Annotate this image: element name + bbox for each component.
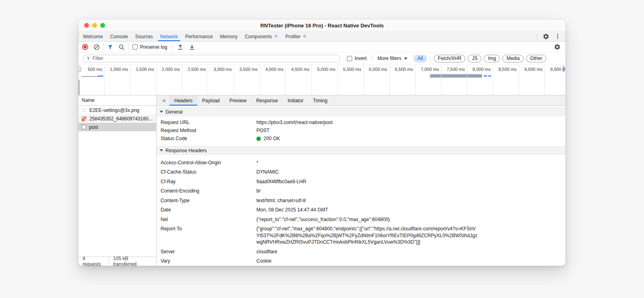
request-row-e2ee-settings-3x-png[interactable]: E2EE-settings@3x.png <box>78 106 156 114</box>
tab-components[interactable]: Components⚛ <box>241 32 282 41</box>
header-name: Content-Type <box>157 197 256 204</box>
divider <box>430 56 431 61</box>
invert-checkbox[interactable] <box>347 56 352 61</box>
timeline-tick-label: 5,500 ms <box>332 67 361 72</box>
record-icon <box>84 46 87 48</box>
filter-toggle-button[interactable] <box>107 44 113 50</box>
tab-performance[interactable]: Performance <box>182 32 217 41</box>
pill-img[interactable]: Img <box>484 55 500 62</box>
filter-input[interactable]: Filter <box>83 55 340 62</box>
details-tabs: HeadersPayloadPreviewResponseInitiatorTi… <box>169 95 332 106</box>
pill-media[interactable]: Media <box>502 55 524 62</box>
close-details-button[interactable]: × <box>159 95 169 106</box>
header-name: Nel <box>157 216 256 223</box>
react-atom-icon: ⚛ <box>303 34 307 39</box>
network-content: Name E2EE-settings@3x.png258435352_64860… <box>78 95 566 266</box>
details-tab-payload[interactable]: Payload <box>197 95 224 106</box>
header-value: https://ptsv3.com/t/react-native/post <box>256 120 332 125</box>
import-har-icon[interactable] <box>189 44 195 50</box>
filter-icon <box>86 56 91 61</box>
request-name: 258435352_648609743160... <box>89 116 153 122</box>
request-name: post <box>89 124 98 130</box>
request-list-panel: Name E2EE-settings@3x.png258435352_64860… <box>78 95 157 266</box>
header-value: DYNAMIC <box>256 169 279 176</box>
devtools-settings-gear-icon[interactable] <box>543 33 549 40</box>
tab-network[interactable]: Network <box>157 32 182 41</box>
details-tab-timing[interactable]: Timing <box>308 95 332 106</box>
general-section-header[interactable]: General <box>157 108 566 116</box>
timeline-tick-label: 1,000 ms <box>99 67 128 72</box>
minimize-window-button[interactable] <box>92 23 97 28</box>
timeline-tick-label: 3,000 ms <box>203 67 232 72</box>
name-column-header[interactable]: Name <box>78 95 156 106</box>
timeline-tick-label: 6,500 ms <box>384 67 413 72</box>
clear-network-log-button[interactable] <box>93 44 100 50</box>
request-details-panel: × HeadersPayloadPreviewResponseInitiator… <box>157 95 566 266</box>
request-row-post[interactable]: post <box>78 123 156 131</box>
export-har-icon[interactable] <box>177 44 184 50</box>
timeline-tick-label: 9,500 ms <box>539 67 566 72</box>
response-headers-section-title: Response Headers <box>165 148 207 153</box>
header-name: Content-Encoding <box>157 188 256 195</box>
timeline-overview[interactable]: 500 ms1,000 ms1,500 ms2,000 ms2,500 ms3,… <box>78 64 566 95</box>
kebab-menu-icon[interactable] <box>555 33 561 39</box>
pill-js[interactable]: JS <box>468 55 481 62</box>
waterfall-dash <box>488 75 491 77</box>
tabbar-right <box>537 32 566 41</box>
more-filters-dropdown[interactable]: More filters <box>378 56 407 61</box>
waterfall-dash <box>484 75 487 77</box>
img-faint-icon <box>82 108 87 113</box>
details-tab-preview[interactable]: Preview <box>225 95 252 106</box>
pill-other[interactable]: Other <box>526 55 546 62</box>
header-row-request-method: Request MethodPOST <box>157 126 566 135</box>
tab-label: Memory <box>220 34 237 39</box>
response-headers-section-header[interactable]: Response Headers <box>157 146 566 155</box>
tab-welcome[interactable]: Welcome <box>79 32 107 41</box>
request-count: 4 requests <box>78 256 109 266</box>
timeline-tick-label: 2,000 ms <box>151 67 180 72</box>
disclosure-triangle-icon <box>160 111 163 113</box>
record-network-log-button[interactable] <box>82 44 88 50</box>
invert-label: Invert <box>355 56 367 61</box>
more-filters-label: More filters <box>378 56 401 61</box>
zoom-window-button[interactable] <box>100 23 105 28</box>
network-settings-gear-icon[interactable] <box>554 43 561 50</box>
search-icon[interactable] <box>118 44 125 50</box>
pill-all[interactable]: All <box>413 55 427 62</box>
filter-row: Filter Invert More filters AllFetch/XHRJ… <box>78 53 566 64</box>
details-tab-initiator[interactable]: Initiator <box>283 95 308 106</box>
doc-icon <box>82 125 86 129</box>
timeline-tick-label: 4,000 ms <box>254 67 283 72</box>
tab-memory[interactable]: Memory <box>217 32 241 41</box>
filter-placeholder: Filter <box>93 56 103 61</box>
pill-fetch-xhr[interactable]: Fetch/XHR <box>434 55 466 62</box>
tab-sources[interactable]: Sources <box>132 32 157 41</box>
header-name: Request Method <box>157 128 256 133</box>
header-value: 200 OK <box>256 136 280 141</box>
network-toolbar: Preserve log <box>78 41 566 53</box>
timeline-tick-label: 500 ms <box>78 67 102 72</box>
general-section-title: General <box>165 109 183 115</box>
divider <box>172 44 172 50</box>
close-window-button[interactable] <box>84 23 89 28</box>
headers-pane: General Request URLhttps://ptsv3.com/t/r… <box>157 106 566 266</box>
header-name: Report-To <box>157 226 256 246</box>
disclosure-triangle-icon <box>160 149 163 151</box>
details-tab-response[interactable]: Response <box>251 95 283 106</box>
details-tab-headers[interactable]: Headers <box>169 95 197 106</box>
timeline-tick-label: 5,000 ms <box>306 67 335 72</box>
timeline-tick-label: 7,000 ms <box>410 67 439 72</box>
header-name: Cf-Cache-Status <box>157 169 256 176</box>
header-value: Mon, 08 Dec 2025 14:47:44 GMT <box>256 207 328 213</box>
request-row-258435352-648609743160-[interactable]: 258435352_648609743160... <box>78 114 156 123</box>
header-row-server: Servercloudflare <box>157 247 566 257</box>
timeline-tick-label: 2,500 ms <box>177 67 206 72</box>
img-thumb-icon <box>82 116 87 121</box>
tab-console[interactable]: Console <box>107 32 132 41</box>
tab-profiler[interactable]: Profiler⚛ <box>282 32 310 41</box>
timeline-tick-label: 4,500 ms <box>281 67 310 72</box>
tab-label: Profiler <box>285 34 301 39</box>
timeline-tick-label: 3,500 ms <box>229 67 258 72</box>
preserve-log-checkbox[interactable] <box>132 44 138 50</box>
preserve-log-label: Preserve log <box>140 44 167 50</box>
